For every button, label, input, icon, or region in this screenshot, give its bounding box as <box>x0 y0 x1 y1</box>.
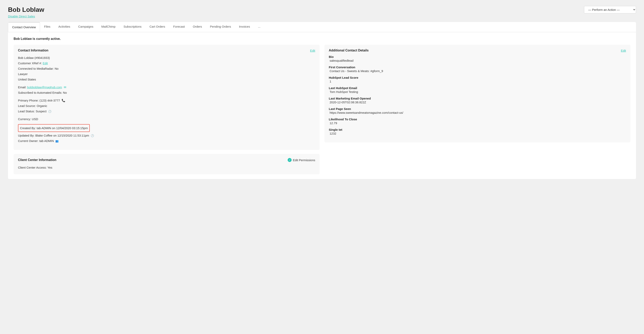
contact-info-title: Contact Information <box>18 49 48 52</box>
first-conversation-field: First Conversation Contact Us - Sweets &… <box>329 66 626 73</box>
bio-label: Bio <box>329 55 626 59</box>
tab-files[interactable]: Files <box>40 22 54 32</box>
country-row: United States <box>18 77 315 82</box>
contact-info-edit-link[interactable]: Edit <box>310 49 315 52</box>
last-page-seen-label: Last Page Seen <box>329 107 626 110</box>
two-col-layout: Contact Information Edit Bob Loblaw (#90… <box>14 45 630 174</box>
customer-xref-label: Customer XRef #: <box>18 62 42 65</box>
lead-status-text: Lead Status: Suspect <box>18 109 46 113</box>
tab-invoices[interactable]: Invoices <box>235 22 254 32</box>
single-tet-value: 1232 <box>329 132 626 135</box>
first-conversation-label: First Conversation <box>329 66 626 69</box>
email-row: Email: bobboblaw@maghub.com ✉ <box>18 84 315 90</box>
contact-phone-section: Primary Phone: (123) 444-3777 📞 Lead Sou… <box>18 98 315 114</box>
likelihood-to-close-field: Likelihood To Close 12.79 <box>329 117 626 125</box>
phone-text: Primary Phone: (123) 444-3777 <box>18 99 60 102</box>
single-tet-label: Single tet <box>329 128 626 131</box>
created-by-highlight: Created By: tab ADMIN on 12/04/2020 03:1… <box>18 124 90 132</box>
contact-email-section: Email: bobboblaw@maghub.com ✉ Subscribed… <box>18 84 315 95</box>
hubspot-score-field: HubSpot Lead Score 1 <box>329 76 626 83</box>
phone-icon: 📞 <box>62 98 65 103</box>
tab-mailchimp[interactable]: MailChimp <box>97 22 120 32</box>
tab-campaigns[interactable]: Campaigns <box>74 22 97 32</box>
phone-row: Primary Phone: (123) 444-3777 📞 <box>18 98 315 103</box>
email-label: Email: <box>18 85 26 89</box>
last-hubspot-email-value: Tom HubSpot Testing <box>329 90 626 93</box>
check-icon: ✓ <box>288 158 292 162</box>
tab-orders[interactable]: Orders <box>189 22 206 32</box>
contact-name-id: Bob Loblaw (#9041933) Customer XRef #: E… <box>18 55 315 82</box>
tab-pending-orders[interactable]: Pending Orders <box>206 22 235 32</box>
contact-currency-section: Currency: USD <box>18 116 315 122</box>
client-access-row: Client Center Access: Yes <box>18 165 315 170</box>
tab-cart-orders[interactable]: Cart Orders <box>146 22 169 32</box>
header-left: Bob Loblaw Disable Direct Sales <box>8 6 44 18</box>
tab-subscriptions[interactable]: Subscriptions <box>120 22 146 32</box>
updated-by-text: Updated By: Blake Coffee on 12/15/2020 1… <box>18 134 89 137</box>
tab-more[interactable]: ... <box>254 22 265 32</box>
tab-contact-overview[interactable]: Contact Overview <box>8 22 40 32</box>
contact-info-header: Contact Information Edit <box>18 49 315 52</box>
customer-xref-row: Customer XRef #: Edit <box>18 61 315 66</box>
currency-row: Currency: USD <box>18 116 315 122</box>
single-tet-field: Single tet 1232 <box>329 128 626 135</box>
bio-field: Bio salesqualifiedlead <box>329 55 626 62</box>
client-center-header: Client Center Information ✓ Edit Permiss… <box>18 158 315 162</box>
clock-icon: 🕐 <box>48 109 51 114</box>
additional-details-title: Additional Contact Details <box>329 49 368 52</box>
active-notice: Bob Loblaw is currently active. <box>14 37 630 41</box>
left-column: Contact Information Edit Bob Loblaw (#90… <box>14 45 320 174</box>
last-marketing-email-label: Last Marketing Email Opened <box>329 97 626 100</box>
email-link[interactable]: bobboblaw@maghub.com <box>27 85 62 89</box>
tab-activities[interactable]: Activities <box>54 22 74 32</box>
last-hubspot-email-label: Last HubSpot Email <box>329 86 626 90</box>
additional-details-edit-link[interactable]: Edit <box>621 49 626 52</box>
profession-row: Lawyer <box>18 71 315 77</box>
hubspot-score-value: 1 <box>329 80 626 83</box>
updated-by-row: Updated By: Blake Coffee on 12/15/2020 1… <box>18 133 315 138</box>
edit-permissions-button[interactable]: ✓ Edit Permissions <box>288 158 315 162</box>
last-marketing-email-field: Last Marketing Email Opened 2020-12-05T0… <box>329 97 626 104</box>
perform-action-dropdown[interactable]: — Perform an Action —Send EmailAdd NoteS… <box>584 6 636 14</box>
disable-direct-sales-link[interactable]: Disable Direct Sales <box>8 15 35 18</box>
bio-value: salesqualifiedlead <box>329 59 626 62</box>
likelihood-label: Likelihood To Close <box>329 117 626 121</box>
contact-info-card: Contact Information Edit Bob Loblaw (#90… <box>14 45 320 150</box>
edit-permissions-label: Edit Permissions <box>293 158 315 162</box>
lead-source-row: Lead Source: Organic <box>18 103 315 108</box>
last-marketing-email-value: 2020-12-05T02:08:38.822Z <box>329 100 626 104</box>
last-hubspot-email-field: Last HubSpot Email Tom HubSpot Testing <box>329 86 626 93</box>
header-right: — Perform an Action —Send EmailAdd NoteS… <box>584 6 636 14</box>
contact-audit-section: Created By: tab ADMIN on 12/04/2020 03:1… <box>18 124 315 143</box>
page-header: Bob Loblaw Disable Direct Sales — Perfor… <box>8 6 636 18</box>
tabs-bar: Contact Overview Files Activities Campai… <box>8 22 636 32</box>
additional-details-card: Additional Contact Details Edit Bio sale… <box>324 45 630 142</box>
tab-forecast[interactable]: Forecast <box>169 22 189 32</box>
subscribed-row: Subscribed to Automated Emails: No <box>18 90 315 95</box>
client-center-card: Client Center Information ✓ Edit Permiss… <box>14 154 320 174</box>
hubspot-score-label: HubSpot Lead Score <box>329 76 626 79</box>
likelihood-value: 12.79 <box>329 121 626 125</box>
client-center-title: Client Center Information <box>18 158 56 162</box>
email-icon: ✉ <box>64 85 66 89</box>
page-title: Bob Loblaw <box>8 6 44 14</box>
first-conversation-value: Contact Us - Sweets & Meats: #gform_9 <box>329 69 626 73</box>
lead-status-row: Lead Status: Suspect 🕐 <box>18 108 315 114</box>
connected-row: Connected to MediaRadar: No <box>18 66 315 71</box>
name-id-row: Bob Loblaw (#9041933) <box>18 55 315 61</box>
last-page-seen-field: Last Page Seen https://www.sweetsandmeat… <box>329 107 626 114</box>
created-by-row: Created By: tab ADMIN on 12/04/2020 03:1… <box>20 126 88 130</box>
update-clock-icon: 🕐 <box>91 133 94 138</box>
current-owner-row: Current Owner: tab ADMIN 👥 <box>18 138 315 143</box>
current-owner-text: Current Owner: tab ADMIN <box>18 139 54 142</box>
right-column: Additional Contact Details Edit Bio sale… <box>324 45 630 174</box>
additional-details-header: Additional Contact Details Edit <box>329 49 626 52</box>
last-page-seen-value: https://www.sweetsandmeatsmagazine.com/c… <box>329 111 626 114</box>
people-icon: 👥 <box>55 139 58 143</box>
content-area: Bob Loblaw is currently active. Contact … <box>8 32 636 179</box>
customer-xref-edit-link[interactable]: Edit <box>42 62 48 65</box>
